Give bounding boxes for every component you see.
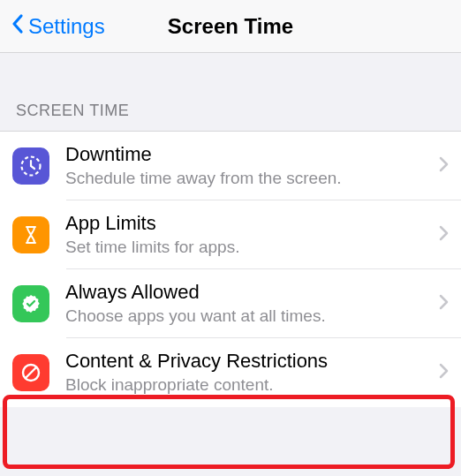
row-title: Downtime [65,142,434,167]
back-button[interactable]: Settings [11,13,105,40]
row-content-privacy[interactable]: Content & Privacy Restrictions Block ina… [0,338,461,407]
svg-line-2 [26,367,36,378]
row-subtitle: Schedule time away from the screen. [65,167,434,191]
row-subtitle: Set time limits for apps. [65,236,434,260]
nav-header: Settings Screen Time [0,0,461,53]
row-subtitle: Block inappropriate content. [65,374,434,397]
hourglass-icon [12,216,49,253]
row-title: Content & Privacy Restrictions [65,349,434,374]
row-title: App Limits [65,211,434,236]
no-entry-icon [12,354,49,391]
row-text: Always Allowed Choose apps you want at a… [65,280,434,328]
row-text: Content & Privacy Restrictions Block ina… [65,349,434,397]
row-text: Downtime Schedule time away from the scr… [65,142,434,190]
checkmark-seal-icon [12,285,49,322]
chevron-right-icon [439,225,449,245]
chevron-left-icon [11,13,25,40]
row-app-limits[interactable]: App Limits Set time limits for apps. [0,200,461,269]
section-heading: SCREEN TIME [0,53,461,131]
row-text: App Limits Set time limits for apps. [65,211,434,259]
chevron-right-icon [439,363,449,382]
chevron-right-icon [439,156,449,176]
chevron-right-icon [439,294,449,314]
row-subtitle: Choose apps you want at all times. [65,305,434,329]
row-always-allowed[interactable]: Always Allowed Choose apps you want at a… [0,269,461,338]
row-title: Always Allowed [65,280,434,305]
downtime-icon [12,147,49,185]
back-label: Settings [28,14,105,39]
settings-list: Downtime Schedule time away from the scr… [0,131,461,407]
row-downtime[interactable]: Downtime Schedule time away from the scr… [0,132,461,200]
